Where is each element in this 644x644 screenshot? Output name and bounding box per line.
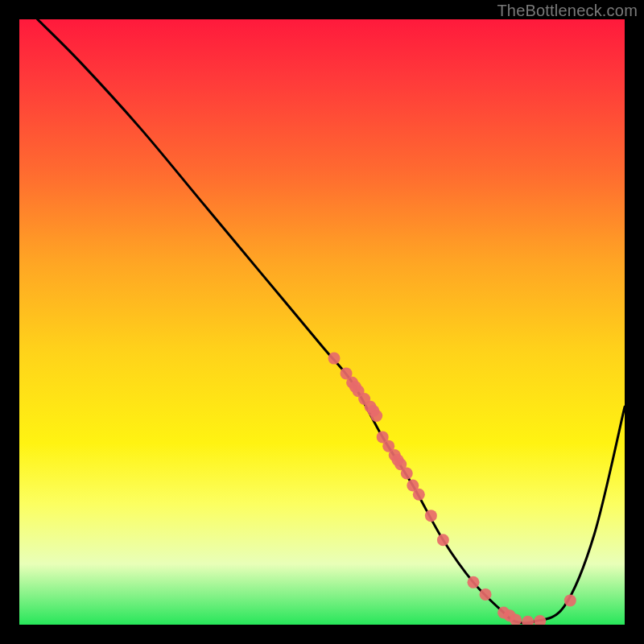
bottleneck-curve-path: [38, 19, 625, 623]
data-point: [401, 468, 413, 480]
line-layer: [38, 19, 625, 623]
data-point: [480, 588, 492, 601]
chart-container: TheBottleneck.com: [0, 0, 644, 644]
data-point: [370, 410, 382, 422]
data-point: [328, 353, 341, 365]
frame-right: [625, 19, 644, 625]
frame-bottom: [19, 625, 625, 644]
data-point: [522, 616, 534, 625]
plot-area: [19, 19, 625, 625]
data-point: [564, 594, 576, 606]
data-point: [425, 510, 437, 522]
data-point: [468, 576, 480, 588]
attribution-text: TheBottleneck.com: [497, 2, 638, 20]
frame-left: [0, 19, 19, 625]
data-point: [534, 615, 546, 625]
marker-layer: [328, 353, 576, 625]
chart-svg: [19, 19, 625, 625]
data-point: [413, 489, 425, 501]
data-point: [437, 534, 449, 546]
